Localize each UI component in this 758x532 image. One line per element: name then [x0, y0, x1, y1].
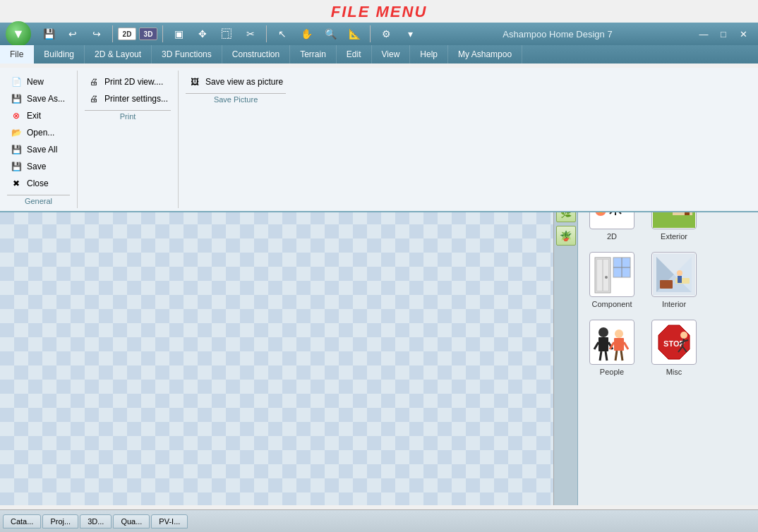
menu-print2d[interactable]: 🖨 Print 2D view....	[85, 73, 171, 90]
menu-exit[interactable]: ⊗ Exit	[7, 107, 70, 124]
catalog-content: 2D	[578, 176, 758, 505]
view-2d-btn[interactable]: 2D	[118, 28, 136, 40]
menu-save-all-label: Save All	[27, 145, 57, 155]
dropdown-general-section: 📄 New 💾 Save As... ⊗ Exit 📂 Open... 💾 Sa…	[0, 71, 78, 208]
general-section-title: General	[7, 195, 70, 205]
tool-dropdown[interactable]: ▾	[399, 23, 421, 44]
svg-rect-33	[678, 276, 682, 283]
catalog-item-people-label: People	[600, 368, 624, 376]
menu-new-label: New	[27, 77, 44, 87]
minimize-button[interactable]: —	[694, 27, 713, 41]
menu-bar: File Building 2D & Layout 3D Functions C…	[0, 45, 758, 64]
cat-nav-btn-3[interactable]: 🪴	[556, 226, 576, 246]
menu-help[interactable]: Help	[410, 45, 448, 64]
quick-save-icon[interactable]: 💾	[38, 23, 59, 44]
tool-measure[interactable]: 📐	[344, 23, 365, 44]
catalog-left-nav: 📦 🌿 🪴	[554, 176, 578, 505]
svg-point-35	[598, 327, 608, 337]
tool-copy[interactable]: ⿹	[216, 23, 237, 44]
menu-file[interactable]: File	[0, 45, 34, 64]
maximize-button[interactable]: □	[714, 27, 733, 41]
menu-printer-settings-label: Printer settings...	[104, 94, 168, 104]
menu-open-label: Open...	[27, 128, 54, 138]
print-icon: 🖨	[88, 75, 100, 88]
save-view-icon: 🖼	[188, 75, 201, 88]
menu-open[interactable]: 📂 Open...	[7, 124, 70, 141]
misc-icon: STOP	[651, 320, 697, 365]
menu-edit[interactable]: Edit	[337, 45, 372, 64]
tool-move[interactable]: ✥	[192, 23, 213, 44]
toolbar-sep-2	[162, 25, 163, 42]
menu-save[interactable]: 💾 Save	[7, 158, 70, 175]
view-3d-btn[interactable]: 3D	[139, 28, 157, 40]
svg-rect-36	[598, 337, 608, 351]
svg-rect-30	[660, 280, 673, 289]
menu-save-view-label: Save view as picture	[205, 77, 283, 87]
catalog-item-misc-label: Misc	[666, 368, 682, 376]
tool-delete[interactable]: ✂	[240, 23, 261, 44]
catalog-item-interior-label: Interior	[662, 300, 686, 308]
catalog-item-misc[interactable]: STOP Misc	[646, 317, 702, 379]
print-section-title: Print	[85, 110, 171, 121]
menu-3d-functions[interactable]: 3D Functions	[152, 45, 222, 64]
svg-point-50	[680, 332, 687, 339]
people-icon	[589, 320, 634, 365]
close-file-icon: ✖	[10, 177, 23, 190]
menu-exit-label: Exit	[27, 111, 41, 121]
printer-settings-icon: 🖨	[88, 92, 100, 105]
menu-close[interactable]: ✖ Close	[7, 175, 70, 192]
menu-view[interactable]: View	[372, 45, 411, 64]
menu-construction[interactable]: Construction	[222, 45, 290, 64]
menu-building[interactable]: Building	[34, 45, 85, 64]
file-dropdown: 📄 New 💾 Save As... ⊗ Exit 📂 Open... 💾 Sa…	[0, 68, 758, 212]
catalog-item-component[interactable]: Component	[584, 249, 640, 311]
svg-point-32	[677, 270, 682, 276]
bottom-tab-catalog[interactable]: Cata...	[3, 514, 41, 528]
menu-printer-settings[interactable]: 🖨 Printer settings...	[85, 90, 171, 107]
catalog-item-interior[interactable]: Interior	[646, 249, 702, 311]
window-controls: — □ ✕	[694, 27, 752, 41]
svg-rect-42	[614, 338, 624, 351]
dropdown-print-section: 🖨 Print 2D view.... 🖨 Printer settings..…	[78, 71, 179, 208]
svg-text:STOP: STOP	[663, 339, 685, 348]
menu-save-as-label: Save As...	[27, 94, 65, 104]
component-icon	[589, 252, 634, 297]
menu-save-as[interactable]: 💾 Save As...	[7, 90, 70, 107]
tool-options[interactable]: ⚙	[375, 23, 397, 44]
menu-myashampoo[interactable]: My Ashampoo	[448, 45, 522, 64]
tool-select[interactable]: ▣	[168, 23, 189, 44]
app-title: Ashampoo Home Design 7	[421, 29, 694, 40]
bottom-tab-3d[interactable]: 3D...	[80, 514, 112, 528]
menu-save-view[interactable]: 🖼 Save view as picture	[186, 73, 286, 90]
bottom-bar: Cata... Proj... 3D... Qua... PV-I...	[0, 509, 758, 532]
bottom-tab-project[interactable]: Proj...	[42, 514, 78, 528]
toolbar-sep-4	[370, 25, 371, 42]
quick-redo-icon[interactable]: ↪	[86, 23, 107, 44]
svg-rect-34	[591, 321, 633, 363]
tool-zoom[interactable]: 🔍	[320, 23, 341, 44]
svg-line-45	[615, 351, 617, 361]
catalog-item-2d-label: 2D	[607, 232, 617, 241]
dropdown-savepic-section: 🖼 Save view as picture Save Picture	[179, 71, 293, 208]
menu-2d-layout[interactable]: 2D & Layout	[85, 45, 152, 64]
exit-icon: ⊗	[10, 109, 23, 122]
menu-close-label: Close	[27, 179, 49, 188]
interior-icon	[651, 252, 697, 297]
catalog-body: 📦 🌿 🪴	[554, 176, 758, 505]
menu-new[interactable]: 📄 New	[7, 73, 70, 90]
close-button[interactable]: ✕	[734, 27, 752, 41]
catalog-item-people[interactable]: People	[584, 317, 640, 379]
bottom-tab-quality[interactable]: Qua...	[113, 514, 150, 528]
quick-undo-icon[interactable]: ↩	[62, 23, 83, 44]
menu-save-all[interactable]: 💾 Save All	[7, 141, 70, 158]
menu-print2d-label: Print 2D view....	[104, 77, 163, 87]
tool-pan[interactable]: ✋	[296, 23, 317, 44]
tool-pointer[interactable]: ↖	[272, 23, 293, 44]
menu-terrain[interactable]: Terrain	[290, 45, 337, 64]
svg-line-40	[606, 351, 607, 361]
page-heading: FILE MENU	[0, 0, 758, 24]
svg-point-41	[615, 330, 623, 338]
save-as-icon: 💾	[10, 92, 23, 105]
catalog-item-component-label: Component	[592, 300, 632, 308]
bottom-tab-pv[interactable]: PV-I...	[151, 514, 188, 528]
